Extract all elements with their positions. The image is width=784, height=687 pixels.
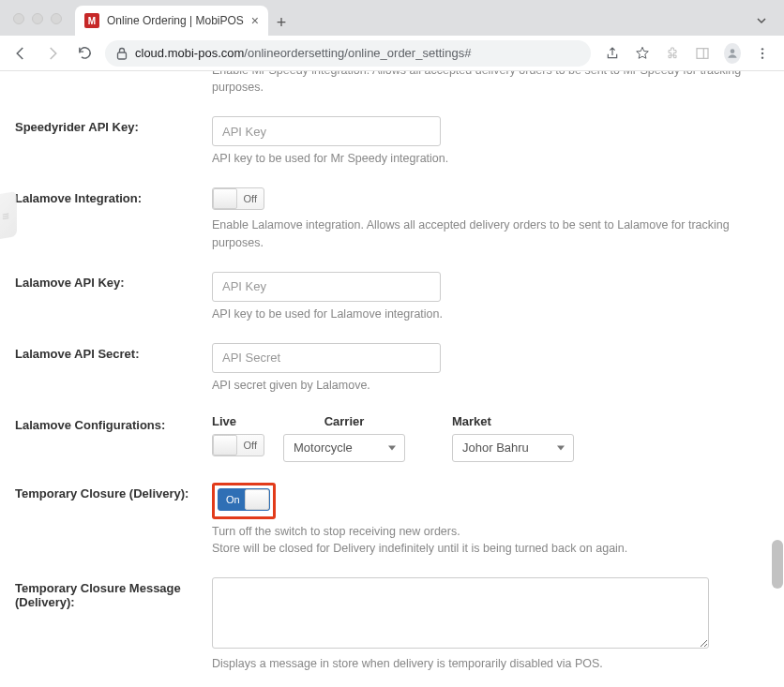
share-icon[interactable] xyxy=(604,45,621,62)
active-tab[interactable]: M Online Ordering | MobiPOS × xyxy=(75,6,268,36)
menu-icon[interactable] xyxy=(754,45,771,62)
lalamove-secret-help: API secret given by Lalamove. xyxy=(212,377,769,394)
market-head: Market xyxy=(452,414,574,428)
favicon-icon: M xyxy=(84,13,99,28)
lalamove-config-row: Lalamove Configurations: Live Off Carrie… xyxy=(15,414,769,462)
temp-msg-textarea[interactable] xyxy=(212,577,709,649)
lalamove-config-label: Lalamove Configurations: xyxy=(15,414,212,432)
temp-msg-help: Displays a message in store when deliver… xyxy=(212,655,769,672)
svg-point-4 xyxy=(761,48,763,50)
temp-msg-row: Temporary Closure Message (Delivery): Di… xyxy=(15,577,769,672)
svg-point-3 xyxy=(731,49,735,53)
lalamove-api-help: API key to be used for Lalamove integrat… xyxy=(212,306,769,322)
toolbar-actions xyxy=(600,45,775,62)
live-head: Live xyxy=(212,414,264,428)
window-controls xyxy=(8,13,69,36)
lalamove-integration-help: Enable Lalamove integration. Allows all … xyxy=(212,217,769,250)
bookmark-icon[interactable] xyxy=(634,45,651,62)
temp-msg-label: Temporary Closure Message (Delivery): xyxy=(15,577,212,609)
carrier-select[interactable]: Motorcycle xyxy=(283,434,405,462)
temp-closure-highlight: On xyxy=(212,483,276,519)
scrollbar-thumb[interactable] xyxy=(772,540,783,589)
temp-closure-help2: Store will be closed for Delivery indefi… xyxy=(212,540,769,557)
lalamove-secret-row: Lalamove API Secret: API secret given by… xyxy=(15,343,769,394)
window-maximize[interactable] xyxy=(51,13,62,24)
temp-closure-row: Temporary Closure (Delivery): On Turn of… xyxy=(15,483,769,557)
extensions-icon[interactable] xyxy=(664,45,681,62)
speedyrider-input[interactable] xyxy=(212,116,441,146)
svg-rect-0 xyxy=(118,52,127,59)
panel-icon[interactable] xyxy=(694,45,711,62)
lalamove-api-input[interactable] xyxy=(212,272,441,302)
svg-rect-1 xyxy=(697,48,708,58)
profile-icon[interactable] xyxy=(724,45,741,62)
temp-closure-label: Temporary Closure (Delivery): xyxy=(15,483,212,500)
window-close[interactable] xyxy=(13,13,24,24)
reload-button[interactable] xyxy=(73,42,96,65)
mrspeedy-row: Enable Mr Speedy integration. Allows all… xyxy=(15,71,769,96)
tab-strip: M Online Ordering | MobiPOS × + xyxy=(69,0,776,36)
speedyrider-label: Speedyrider API Key: xyxy=(15,116,212,134)
speedyrider-row: Speedyrider API Key: API key to be used … xyxy=(15,116,769,167)
forward-button[interactable] xyxy=(41,42,64,65)
browser-toolbar: cloud.mobi-pos.com/onlineordersetting/on… xyxy=(0,36,784,71)
market-select[interactable]: Johor Bahru xyxy=(452,434,574,462)
temp-closure-help1: Turn off the switch to stop receiving ne… xyxy=(212,523,769,540)
url-host: cloud.mobi-pos.com/onlineordersetting/on… xyxy=(135,46,471,60)
close-tab-icon[interactable]: × xyxy=(251,13,259,28)
speedyrider-help: API key to be used for Mr Speedy integra… xyxy=(212,150,769,167)
window-minimize[interactable] xyxy=(32,13,43,24)
browser-tab-bar: M Online Ordering | MobiPOS × + xyxy=(0,0,784,36)
lalamove-api-label: Lalamove API Key: xyxy=(15,272,212,290)
lalamove-integration-row: Lalamove Integration: Off Enable Lalamov… xyxy=(15,187,769,250)
address-bar[interactable]: cloud.mobi-pos.com/onlineordersetting/on… xyxy=(105,40,591,67)
lalamove-integration-label: Lalamove Integration: xyxy=(15,187,212,205)
temp-closure-toggle[interactable]: On xyxy=(218,488,270,511)
live-toggle[interactable]: Off xyxy=(212,434,264,456)
lalamove-api-row: Lalamove API Key: API key to be used for… xyxy=(15,272,769,322)
svg-point-5 xyxy=(761,52,763,53)
page-content: ≡ Enable Mr Speedy integration. Allows a… xyxy=(0,71,784,687)
carrier-head: Carrier xyxy=(283,414,405,428)
lalamove-integration-toggle[interactable]: Off xyxy=(212,187,264,210)
side-handle-icon[interactable]: ≡ xyxy=(0,191,17,240)
tabs-dropdown-icon[interactable] xyxy=(746,15,776,36)
new-tab-button[interactable]: + xyxy=(268,9,294,36)
lalamove-secret-label: Lalamove API Secret: xyxy=(15,343,212,361)
lock-icon xyxy=(116,47,128,60)
back-button[interactable] xyxy=(9,42,32,65)
svg-point-6 xyxy=(761,56,763,58)
tab-title: Online Ordering | MobiPOS xyxy=(107,14,244,27)
lalamove-secret-input[interactable] xyxy=(212,343,441,373)
mrspeedy-help: Enable Mr Speedy integration. Allows all… xyxy=(212,71,769,96)
